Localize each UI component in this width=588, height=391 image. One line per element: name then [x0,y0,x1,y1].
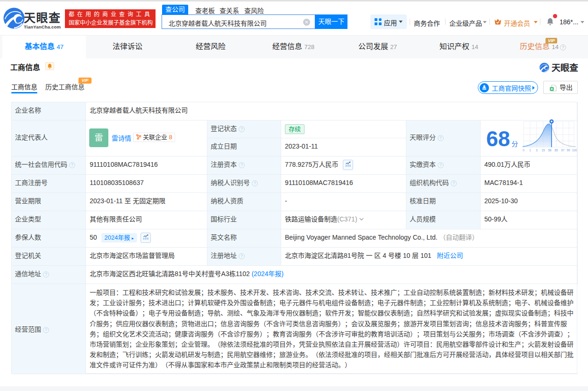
svg-text:1: 1 [529,149,531,152]
svg-text:3: 3 [536,149,538,152]
svg-text:100: 100 [572,149,577,152]
svg-text:85: 85 [554,149,558,152]
svg-text:58: 58 [548,149,552,152]
svg-text:99: 99 [567,149,570,152]
svg-text:97: 97 [561,149,565,152]
svg-text:0: 0 [523,149,524,152]
svg-text:15: 15 [541,149,545,152]
